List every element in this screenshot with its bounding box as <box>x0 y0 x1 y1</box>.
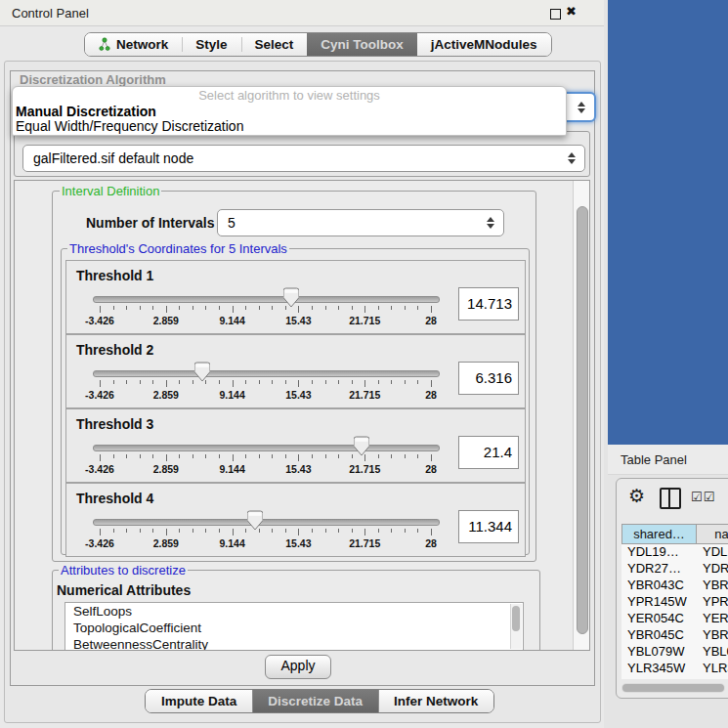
bottom-tab-bar: Impute DataDiscretize DataInfer Network <box>145 689 494 713</box>
scrollbar-thumb[interactable] <box>577 206 588 634</box>
table-cell: YIL053C <box>697 677 728 679</box>
tab-impute-data[interactable]: Impute Data <box>146 690 252 712</box>
slider-tick-labels: -3.4262.8599.14415.4321.71528 <box>100 315 431 326</box>
combo-stepper-icon <box>487 217 494 229</box>
table-cell: YBR045C <box>621 627 697 644</box>
tab-style[interactable]: Style <box>182 33 240 56</box>
table-row[interactable]: YER054CYER054C <box>621 611 728 627</box>
tab-label: Infer Network <box>394 694 478 708</box>
tab-label: jActiveMNodules <box>431 37 537 52</box>
slider-ticks <box>100 306 431 314</box>
threshold-value-field[interactable]: 11.344 <box>458 510 519 543</box>
slider-thumb[interactable] <box>247 510 263 531</box>
table-cell: YBR043C <box>697 578 728 594</box>
attributes-list-scrollbar[interactable] <box>510 604 522 649</box>
float-window-icon[interactable] <box>550 9 561 20</box>
table-panel-title: Table Panel <box>621 452 687 467</box>
tab-infer-network[interactable]: Infer Network <box>378 690 493 712</box>
slider-thumb[interactable] <box>194 362 210 382</box>
tab-label: Cyni Toolbox <box>321 37 404 52</box>
table-row[interactable]: YDR27…YDR27… <box>621 561 728 578</box>
table-row[interactable]: YBR043CYBR043C <box>621 578 728 594</box>
dropdown-option-equal-width-frequency[interactable]: Equal Width/Frequency Discretization <box>16 118 243 134</box>
threshold-value-field[interactable]: 6.316 <box>458 362 519 395</box>
slider-thumb[interactable] <box>354 436 369 456</box>
column-header-shared-name[interactable]: shared… <box>621 524 697 544</box>
table-data-combobox[interactable]: galFiltered.sif default node <box>22 145 585 172</box>
table-row[interactable]: YPR145WYPR145W <box>621 594 728 611</box>
thresholds-group: Threshold's Coordinates for 5 Intervals … <box>61 248 530 555</box>
vertical-scrollbar[interactable] <box>573 181 589 650</box>
horizontal-scrollbar[interactable] <box>621 683 725 693</box>
table-row[interactable]: YBR045CYBR045C <box>621 627 728 644</box>
table-cell: YDL19… <box>697 544 728 561</box>
slider-ticks <box>100 529 431 536</box>
slider-track[interactable] <box>93 370 440 377</box>
slider-tick-labels: -3.4262.8599.14415.4321.71528 <box>100 389 431 401</box>
table-row[interactable]: YLR345WYLR345W <box>621 661 728 677</box>
table-header-row: shared… name <box>621 524 728 544</box>
table-cell: YDR27… <box>697 561 728 578</box>
scrollbar-thumb[interactable] <box>622 684 724 692</box>
slider-tick-labels: -3.4262.8599.14415.4321.71528 <box>100 463 431 475</box>
slider-ticks <box>100 454 431 462</box>
algorithm-dropdown-popup: Select algorithm to view settings Manual… <box>12 86 567 136</box>
threshold-value-field[interactable]: 21.4 <box>458 436 519 469</box>
dropdown-placeholder-item[interactable]: Select algorithm to view settings <box>13 88 566 103</box>
table-body: YDL19…YDL19…YDR27…YDR27…YBR043CYBR043CYP… <box>621 544 728 679</box>
threshold-label: Threshold 1 <box>76 268 153 283</box>
slider-track[interactable] <box>93 445 440 451</box>
number-of-intervals-combobox[interactable]: 5 <box>217 209 504 236</box>
panel-title: Control Panel <box>12 6 89 21</box>
slider-track[interactable] <box>93 296 440 303</box>
gear-icon[interactable]: ⚙ <box>628 485 645 506</box>
numerical-attributes-label: Numerical Attributes <box>57 582 191 598</box>
table-toolbar: ⚙ ☑☑ <box>617 479 728 518</box>
tab-label: Style <box>195 37 227 52</box>
tab-cyni-toolbox[interactable]: Cyni Toolbox <box>307 33 417 56</box>
network-icon <box>99 37 110 52</box>
table-row[interactable]: YBL079WYBL079W <box>621 644 728 661</box>
table-cell: YLR345W <box>621 661 697 677</box>
attribute-item-topologicalcoefficient[interactable]: TopologicalCoefficient <box>65 620 523 636</box>
table-cell: YPR145W <box>621 594 697 611</box>
tab-label: Impute Data <box>161 694 236 708</box>
table-panel: ⚙ ☑☑ shared… name YDL19…YDL19…YDR27…YDR2… <box>616 478 728 699</box>
checkbox-icons[interactable]: ☑☑ <box>691 490 715 504</box>
discretization-algorithm-label: Discretization Algorithm <box>20 72 166 87</box>
table-row[interactable]: YIL053CYIL053C <box>621 677 728 679</box>
threshold-label: Threshold 3 <box>76 416 153 432</box>
split-view-icon[interactable] <box>660 488 681 509</box>
table-cell: YLR345W <box>697 661 728 677</box>
apply-button[interactable]: Apply <box>265 655 331 679</box>
attribute-item-selfloops[interactable]: SelfLoops <box>65 603 523 620</box>
tab-label: Network <box>116 37 168 52</box>
slider-thumb[interactable] <box>283 287 299 308</box>
threshold-row: Threshold 4 -3.4262.8599.14415.4321.7152… <box>65 483 526 557</box>
table-data-selected-value: galFiltered.sif default node <box>33 150 193 166</box>
combo-stepper-icon <box>578 102 585 113</box>
tab-network[interactable]: Network <box>85 33 182 56</box>
attribute-item-betweennesscentrality[interactable]: BetweennessCentrality <box>65 636 523 651</box>
threshold-label: Threshold 2 <box>76 342 153 358</box>
close-icon[interactable]: ✖ <box>566 4 577 19</box>
control-panel-titlebar: Control Panel ✖ <box>0 0 604 26</box>
numerical-attributes-list[interactable]: SelfLoopsTopologicalCoefficientBetweenne… <box>64 602 524 651</box>
table-data-group: Table Data galFiltered.sif default node <box>14 131 590 177</box>
threshold-value-field[interactable]: 14.713 <box>458 287 519 321</box>
table-row[interactable]: YDL19…YDL19… <box>621 544 728 561</box>
table-panel-titlebar: Table Panel <box>608 445 728 475</box>
thresholds-group-label: Threshold's Coordinates for 5 Intervals <box>67 241 289 256</box>
table-cell: YBR045C <box>697 627 728 644</box>
node-table: shared… name YDL19…YDL19…YDR27…YDR27…YBR… <box>621 524 728 679</box>
tab-discretize-data[interactable]: Discretize Data <box>252 690 378 712</box>
attributes-group-label: Attributes to discretize <box>59 563 188 578</box>
column-header-name[interactable]: name <box>697 524 728 544</box>
slider-ticks <box>100 380 431 388</box>
slider-tick-labels: -3.4262.8599.14415.4321.71528 <box>100 537 431 549</box>
table-cell: YER054C <box>697 611 728 627</box>
tab-select[interactable]: Select <box>241 33 308 56</box>
dropdown-option-manual-discretization[interactable]: Manual Discretization <box>16 104 156 119</box>
tab-jactivemnodules[interactable]: jActiveMNodules <box>417 33 551 56</box>
slider-track[interactable] <box>93 519 440 526</box>
